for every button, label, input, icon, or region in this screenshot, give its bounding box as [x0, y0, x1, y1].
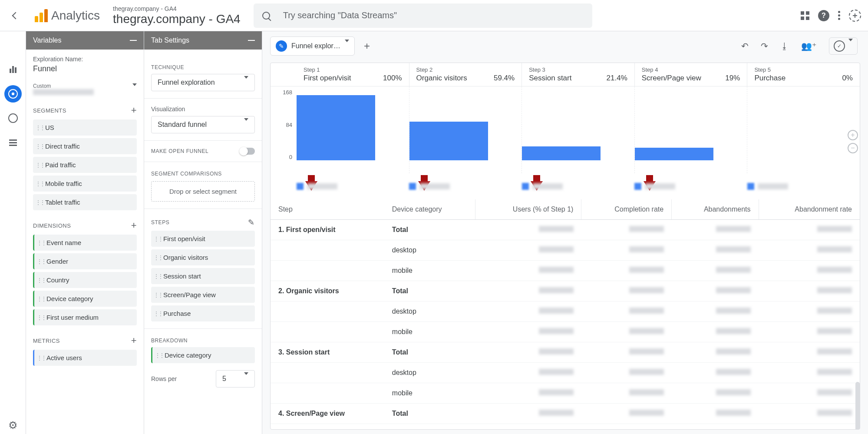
nav-admin[interactable]	[4, 417, 22, 434]
funnel-bar-column	[747, 86, 860, 173]
funnel-bar[interactable]	[522, 146, 601, 160]
tab-settings-header: Tab Settings	[144, 31, 262, 50]
search-input[interactable]: Try searching "Data Streams"	[254, 3, 592, 28]
share-button[interactable]: 👥⁺	[801, 41, 817, 51]
date-range-value	[33, 89, 94, 95]
nav-configure[interactable]	[4, 134, 22, 151]
table-row: 1. First open/visitTotal	[271, 220, 860, 240]
table-header[interactable]: Abandonment rate	[759, 199, 860, 220]
exploration-name-value[interactable]: Funnel	[33, 63, 137, 75]
table-header[interactable]: Completion rate	[581, 199, 672, 220]
funnel-bar-column	[297, 86, 409, 173]
download-button[interactable]: ⭳	[780, 41, 789, 51]
nav-explore[interactable]	[4, 85, 22, 103]
dimension-chip[interactable]: Country	[33, 272, 137, 288]
table-header[interactable]: Step	[271, 199, 384, 220]
tab-name: Funnel explor…	[291, 42, 340, 50]
dimension-chip[interactable]: First user medium	[33, 309, 137, 325]
chevron-down-icon[interactable]	[345, 42, 349, 50]
variables-panel: Variables Exploration Name: Funnel Custo…	[26, 31, 144, 434]
steps-label: STEPS	[151, 219, 169, 225]
step-chip[interactable]: Session start	[151, 268, 255, 284]
logo-text: Analytics	[51, 9, 100, 23]
segment-chip[interactable]: Direct traffic	[33, 138, 137, 154]
dimension-chip[interactable]: Device category	[33, 291, 137, 307]
diagnostics-icon[interactable]	[849, 10, 861, 22]
table-row: 3. Session startTotal	[271, 342, 860, 363]
add-tab-button[interactable]: +	[356, 36, 377, 56]
help-icon[interactable]: ?	[818, 10, 829, 21]
breadcrumb[interactable]: thegray.company - GA4 thegray.company - …	[113, 5, 241, 26]
breadcrumb-large: thegray.company - GA4	[113, 12, 241, 26]
segment-chip[interactable]: Paid traffic	[33, 157, 137, 173]
table-row: desktop	[271, 240, 860, 261]
date-range-picker[interactable]: Custom	[33, 83, 137, 95]
funnel-step-header[interactable]: Step 2Organic visitors59.4%	[409, 63, 522, 86]
step-chip[interactable]: Screen/Page view	[151, 287, 255, 303]
funnel-step-header[interactable]: Step 1First open/visit100%	[297, 63, 409, 86]
table-row: mobile	[271, 261, 860, 281]
add-segment-button[interactable]	[131, 105, 137, 116]
rows-per-select[interactable]: 5	[216, 370, 255, 388]
technique-select[interactable]: Funnel exploration	[151, 74, 255, 91]
date-range-label: Custom	[33, 83, 94, 89]
zoom-in-button[interactable]: +	[848, 130, 858, 140]
nav-advertising[interactable]	[4, 109, 22, 127]
nav-home[interactable]	[4, 36, 22, 54]
visualization-select[interactable]: Standard funnel	[151, 116, 255, 133]
step-chip[interactable]: Organic visitors	[151, 249, 255, 265]
table-header[interactable]: Users (% of Step 1)	[475, 199, 581, 220]
funnel-bar[interactable]	[635, 148, 713, 160]
more-icon[interactable]	[838, 11, 840, 20]
table-row: desktop	[271, 301, 860, 322]
left-nav	[0, 31, 26, 434]
minimize-icon[interactable]	[130, 40, 137, 41]
canvas-toolbar: ↶ ↷ ⭳ 👥⁺	[741, 37, 858, 55]
scrollbar[interactable]	[855, 382, 860, 429]
variables-title: Variables	[33, 36, 62, 44]
table-row: desktop	[271, 363, 860, 383]
redo-button[interactable]: ↷	[761, 41, 768, 51]
funnel-bar[interactable]	[409, 122, 488, 160]
open-funnel-toggle[interactable]	[240, 148, 255, 155]
insights-button[interactable]	[829, 37, 858, 55]
step-chip[interactable]: First open/visit	[151, 231, 255, 247]
segment-chip[interactable]: Mobile traffic	[33, 176, 137, 192]
canvas: ✎ Funnel explor… + ↶ ↷ ⭳ 👥⁺ Step 1First …	[262, 31, 868, 434]
table-header[interactable]: Device category	[384, 199, 475, 220]
apps-icon[interactable]	[801, 11, 809, 20]
breakdown-chip[interactable]: Device category	[151, 347, 255, 363]
tab-settings-title: Tab Settings	[151, 36, 189, 44]
segment-drop-zone[interactable]: Drop or select segment	[151, 181, 255, 202]
metric-chip[interactable]: Active users	[33, 350, 137, 366]
nav-reports[interactable]	[4, 61, 22, 78]
dimension-chip[interactable]: Gender	[33, 253, 137, 269]
segment-comparisons-label: SEGMENT COMPARISONS	[151, 171, 255, 177]
top-bar: Analytics thegray.company - GA4 thegray.…	[0, 0, 868, 31]
funnel-footer-cell	[522, 183, 634, 190]
back-button[interactable]	[7, 7, 24, 24]
exploration-tab[interactable]: ✎ Funnel explor…	[270, 36, 355, 56]
funnel-step-header[interactable]: Step 4Screen/Page view19%	[634, 63, 747, 86]
funnel-footer-cell	[297, 183, 409, 190]
variables-header: Variables	[26, 31, 144, 50]
table-header[interactable]: Abandonments	[672, 199, 759, 220]
funnel-step-header[interactable]: Step 3Session start21.4%	[521, 63, 634, 86]
add-metric-button[interactable]	[131, 335, 137, 346]
segment-chip[interactable]: US	[33, 119, 137, 136]
chevron-down-icon	[244, 375, 248, 383]
analytics-logo-icon	[35, 9, 48, 22]
minimize-icon[interactable]	[248, 40, 255, 41]
step-chip[interactable]: Purchase	[151, 305, 255, 321]
add-dimension-button[interactable]	[131, 220, 137, 231]
zoom-out-button[interactable]: −	[848, 143, 858, 153]
segment-chip[interactable]: Tablet traffic	[33, 194, 137, 210]
funnel-step-header[interactable]: Step 5Purchase0%	[747, 63, 860, 86]
dimension-chip[interactable]: Event name	[33, 235, 137, 251]
breadcrumb-small: thegray.company - GA4	[113, 5, 241, 12]
funnel-bar[interactable]	[297, 95, 375, 160]
undo-button[interactable]: ↶	[741, 41, 749, 51]
edit-tab-icon: ✎	[276, 40, 287, 52]
edit-steps-button[interactable]	[248, 218, 255, 227]
funnel-chart: 168840 + −	[271, 86, 860, 173]
